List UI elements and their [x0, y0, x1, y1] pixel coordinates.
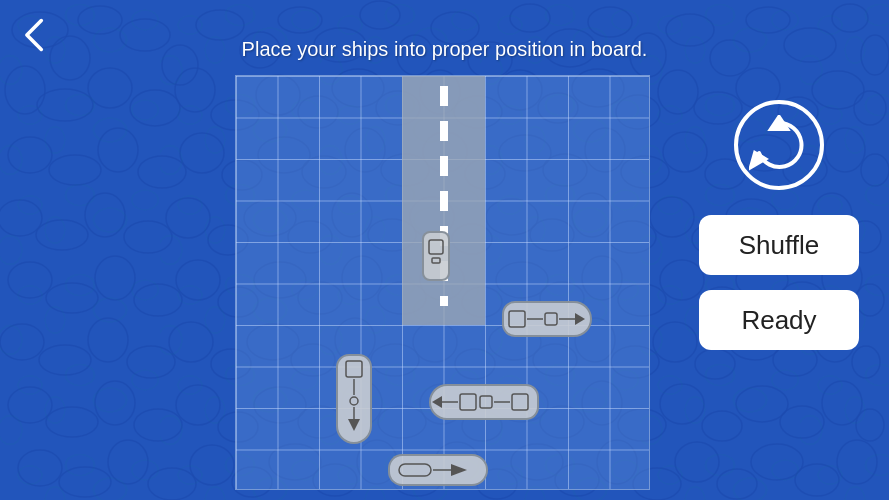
svg-point-152	[780, 406, 824, 438]
svg-point-134	[46, 407, 98, 437]
svg-point-24	[37, 89, 93, 121]
svg-rect-176	[429, 240, 443, 254]
svg-point-151	[736, 386, 788, 422]
svg-point-5	[196, 10, 244, 40]
svg-point-39	[658, 70, 698, 114]
svg-point-113	[88, 318, 128, 362]
svg-marker-187	[348, 419, 360, 431]
svg-point-154	[856, 409, 884, 441]
svg-point-172	[717, 469, 757, 499]
svg-point-45	[8, 137, 52, 173]
svg-point-9	[360, 1, 400, 29]
svg-point-19	[746, 7, 790, 33]
svg-point-155	[18, 450, 62, 486]
svg-marker-197	[771, 117, 787, 129]
svg-point-149	[660, 384, 704, 424]
svg-point-156	[59, 467, 111, 497]
svg-point-2	[50, 36, 90, 80]
svg-point-91	[95, 256, 135, 300]
svg-point-90	[46, 283, 98, 313]
svg-point-115	[169, 322, 213, 362]
svg-marker-196	[451, 464, 467, 476]
svg-point-71	[166, 198, 210, 238]
ship-small-horizontal[interactable]	[388, 454, 488, 486]
svg-point-114	[127, 346, 175, 378]
svg-point-93	[176, 260, 220, 300]
instruction-text: Place your ships into proper position in…	[242, 38, 648, 61]
ready-button[interactable]: Ready	[699, 290, 859, 350]
svg-point-70	[124, 221, 172, 253]
svg-point-17	[666, 14, 714, 46]
svg-point-25	[88, 68, 132, 108]
svg-point-26	[130, 90, 180, 126]
svg-point-112	[39, 345, 91, 375]
svg-marker-198	[751, 153, 765, 167]
svg-point-7	[278, 7, 322, 33]
svg-point-173	[751, 444, 803, 480]
svg-point-110	[856, 284, 884, 316]
svg-point-66	[861, 154, 889, 186]
svg-marker-182	[575, 313, 585, 325]
svg-point-21	[832, 4, 868, 32]
svg-rect-178	[509, 311, 525, 327]
ready-label: Ready	[741, 305, 816, 336]
svg-point-171	[675, 442, 719, 482]
svg-point-22	[861, 35, 889, 75]
svg-rect-191	[480, 396, 492, 408]
svg-point-48	[138, 156, 186, 188]
ship-large-vertical[interactable]	[336, 354, 372, 444]
ship-medium-left[interactable]	[429, 384, 539, 420]
svg-point-133	[8, 387, 52, 423]
svg-rect-177	[432, 258, 440, 263]
svg-point-1	[78, 6, 122, 34]
ship-medium-right[interactable]	[502, 301, 592, 337]
svg-point-128	[695, 349, 735, 379]
ship-small-vertical[interactable]	[422, 231, 450, 281]
svg-rect-183	[346, 361, 362, 377]
svg-rect-180	[545, 313, 557, 325]
svg-rect-190	[460, 394, 476, 410]
svg-point-27	[175, 68, 215, 112]
svg-point-67	[0, 200, 42, 236]
shuffle-button[interactable]: Shuffle	[699, 215, 859, 275]
svg-point-13	[510, 4, 550, 32]
svg-point-69	[85, 193, 125, 237]
svg-point-135	[95, 381, 135, 425]
svg-rect-194	[399, 464, 431, 476]
svg-point-159	[190, 445, 234, 485]
runway-vertical	[402, 76, 485, 325]
svg-point-105	[660, 260, 704, 300]
shuffle-label: Shuffle	[739, 230, 819, 261]
svg-point-18	[710, 40, 750, 76]
svg-point-175	[837, 440, 877, 484]
svg-point-20	[784, 28, 836, 62]
svg-point-136	[134, 409, 182, 441]
svg-point-83	[650, 197, 694, 237]
svg-point-157	[108, 440, 148, 484]
svg-point-185	[350, 397, 358, 405]
svg-point-46	[49, 155, 101, 185]
game-board	[235, 75, 650, 490]
svg-point-174	[795, 464, 839, 496]
svg-rect-193	[512, 394, 528, 410]
svg-point-68	[36, 220, 88, 250]
svg-point-3	[120, 19, 170, 51]
svg-point-153	[822, 381, 862, 425]
svg-point-4	[162, 45, 198, 85]
svg-point-49	[180, 133, 224, 173]
svg-point-47	[98, 128, 138, 172]
svg-marker-188	[432, 396, 442, 408]
game-board-container	[235, 75, 650, 490]
svg-point-158	[148, 468, 196, 500]
right-ui-panel: Shuffle Ready	[699, 100, 859, 350]
svg-point-150	[702, 411, 742, 441]
svg-point-137	[176, 385, 220, 425]
svg-point-89	[8, 262, 52, 298]
svg-point-111	[0, 324, 44, 360]
svg-point-23	[5, 66, 45, 114]
back-button[interactable]	[15, 15, 55, 55]
svg-point-127	[653, 322, 697, 362]
svg-point-92	[134, 284, 182, 316]
svg-point-15	[588, 7, 632, 37]
rotate-button[interactable]	[734, 100, 824, 190]
